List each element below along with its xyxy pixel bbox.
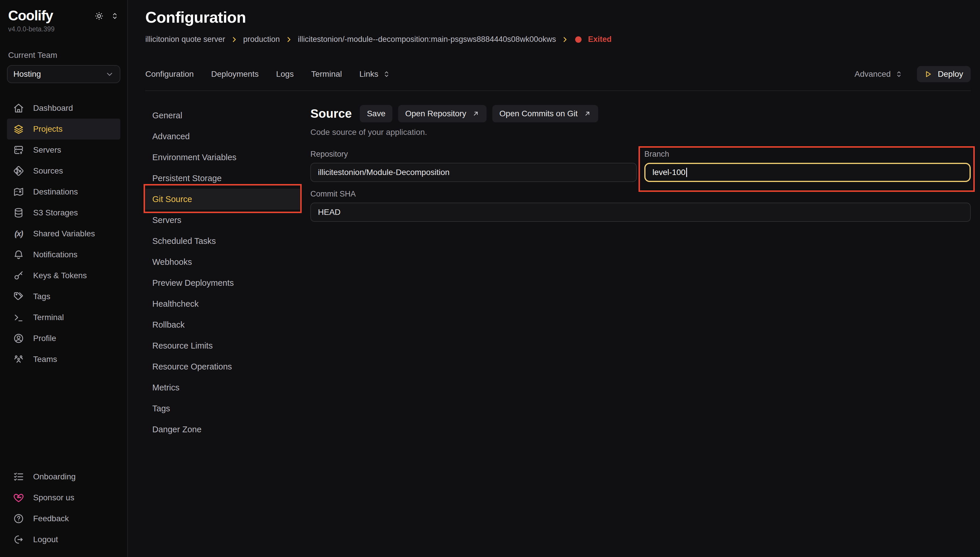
logout-icon bbox=[13, 534, 24, 546]
breadcrumb-environment[interactable]: production bbox=[243, 35, 280, 44]
section-title: Source bbox=[310, 107, 352, 121]
chevron-right-icon bbox=[561, 36, 569, 43]
breadcrumb: illicitonion quote server production ill… bbox=[145, 35, 971, 44]
sidebar-item-s3-storages[interactable]: S3 Storages bbox=[7, 202, 120, 223]
subnav-item-healthcheck[interactable]: Healthcheck bbox=[145, 293, 300, 314]
map-icon bbox=[13, 186, 24, 198]
help-circle-icon bbox=[13, 513, 24, 524]
branch-label: Branch bbox=[644, 150, 971, 159]
section-description: Code source of your application. bbox=[310, 128, 971, 137]
selector-icon bbox=[382, 70, 391, 78]
subnav-item-danger-zone[interactable]: Danger Zone bbox=[145, 419, 300, 440]
tab-configuration[interactable]: Configuration bbox=[145, 70, 194, 79]
users-group-icon bbox=[13, 353, 24, 365]
open-repository-button[interactable]: Open Repository bbox=[398, 105, 486, 122]
main-content: Configuration illicitonion quote server … bbox=[128, 0, 980, 557]
settings-subnav: GeneralAdvancedEnvironment VariablesPers… bbox=[145, 105, 300, 440]
source-form: Source Save Open Repository Open Commits… bbox=[310, 105, 971, 222]
subnav-item-rollback[interactable]: Rollback bbox=[145, 314, 300, 335]
tab-logs[interactable]: Logs bbox=[276, 70, 294, 79]
tabs-row: Configuration Deployments Logs Terminal … bbox=[145, 66, 971, 82]
team-select-value: Hosting bbox=[13, 70, 41, 79]
commit-sha-input[interactable] bbox=[310, 203, 971, 222]
tab-terminal[interactable]: Terminal bbox=[311, 70, 342, 79]
app-version: v4.0.0-beta.399 bbox=[8, 25, 119, 33]
branch-field-group: Branch level-100 bbox=[644, 150, 971, 182]
subnav-item-scheduled-tasks[interactable]: Scheduled Tasks bbox=[145, 231, 300, 251]
play-icon bbox=[924, 70, 933, 78]
sidebar-item-tags[interactable]: Tags bbox=[7, 286, 120, 307]
sidebar-item-logout[interactable]: Logout bbox=[7, 529, 120, 550]
subnav-item-tags[interactable]: Tags bbox=[145, 398, 300, 419]
open-commits-button[interactable]: Open Commits on Git bbox=[492, 105, 598, 122]
git-icon bbox=[13, 165, 24, 177]
current-team-label: Current Team bbox=[8, 50, 119, 60]
tab-links[interactable]: Links bbox=[359, 70, 391, 79]
home-icon bbox=[13, 102, 24, 114]
sidebar-item-teams[interactable]: Teams bbox=[7, 349, 120, 370]
external-link-icon bbox=[472, 110, 479, 117]
app-logo: Coolify bbox=[8, 8, 53, 24]
checklist-icon bbox=[13, 471, 24, 482]
subnav-item-resource-operations[interactable]: Resource Operations bbox=[145, 356, 300, 377]
sidebar-item-sources[interactable]: Sources bbox=[7, 160, 120, 181]
repository-input[interactable] bbox=[310, 163, 637, 182]
logo-row: Coolify bbox=[7, 8, 120, 24]
server-icon bbox=[13, 144, 24, 156]
sidebar-item-shared-variables[interactable]: (x) Shared Variables bbox=[7, 223, 120, 244]
sidebar-item-servers[interactable]: Servers bbox=[7, 140, 120, 160]
sidebar-item-destinations[interactable]: Destinations bbox=[7, 181, 120, 202]
sidebar-item-keys-tokens[interactable]: Keys & Tokens bbox=[7, 265, 120, 286]
advanced-menu[interactable]: Advanced bbox=[855, 70, 903, 79]
sidebar-item-projects[interactable]: Projects bbox=[7, 119, 120, 140]
layers-icon bbox=[13, 123, 24, 135]
repository-field-group: Repository bbox=[310, 150, 637, 182]
breadcrumb-project[interactable]: illicitonion quote server bbox=[145, 35, 225, 44]
sidebar-item-sponsor[interactable]: Sponsor us bbox=[7, 487, 120, 508]
coolify-app: Coolify v4.0.0-beta.399 Current Team Hos… bbox=[0, 0, 980, 557]
tabs-divider bbox=[145, 90, 971, 91]
subnav-item-persistent-storage[interactable]: Persistent Storage bbox=[145, 168, 300, 189]
subnav-item-webhooks[interactable]: Webhooks bbox=[145, 251, 300, 272]
sidebar-item-profile[interactable]: Profile bbox=[7, 328, 120, 349]
theme-sun-icon[interactable] bbox=[94, 11, 104, 21]
variables-icon: (x) bbox=[13, 229, 24, 238]
branch-input[interactable]: level-100 bbox=[644, 163, 971, 182]
subnav-item-metrics[interactable]: Metrics bbox=[145, 377, 300, 398]
subnav-item-git-source[interactable]: Git Source bbox=[145, 189, 300, 210]
key-icon bbox=[13, 270, 24, 282]
sidebar-nav: Dashboard Projects Servers Sources Desti… bbox=[7, 98, 120, 370]
sidebar-footer-nav: Onboarding Sponsor us Feedback Logout bbox=[7, 466, 120, 550]
chevron-down-icon bbox=[105, 70, 114, 78]
sidebar-item-notifications[interactable]: Notifications bbox=[7, 244, 120, 265]
repository-label: Repository bbox=[310, 150, 637, 159]
bell-icon bbox=[13, 249, 24, 261]
subnav-item-general[interactable]: General bbox=[145, 105, 300, 126]
breadcrumb-application[interactable]: illicitestonion/-module--decomposition:m… bbox=[298, 35, 556, 44]
commit-sha-field-group: Commit SHA bbox=[310, 189, 971, 222]
terminal-icon bbox=[13, 312, 24, 323]
sidebar-item-terminal[interactable]: Terminal bbox=[7, 307, 120, 328]
subnav-item-environment-variables[interactable]: Environment Variables bbox=[145, 147, 300, 168]
chevron-right-icon bbox=[285, 36, 293, 43]
team-select[interactable]: Hosting bbox=[7, 65, 120, 83]
sidebar-item-dashboard[interactable]: Dashboard bbox=[7, 98, 120, 119]
sidebar-item-onboarding[interactable]: Onboarding bbox=[7, 466, 120, 487]
theme-selector-icon[interactable] bbox=[111, 11, 119, 20]
external-link-icon bbox=[583, 110, 591, 117]
tab-deployments[interactable]: Deployments bbox=[211, 70, 258, 79]
subnav-item-servers[interactable]: Servers bbox=[145, 210, 300, 231]
database-icon bbox=[13, 207, 24, 218]
save-button[interactable]: Save bbox=[360, 105, 392, 122]
deploy-button[interactable]: Deploy bbox=[917, 66, 971, 82]
subnav-item-resource-limits[interactable]: Resource Limits bbox=[145, 335, 300, 356]
selector-icon bbox=[895, 70, 903, 78]
sidebar-item-feedback[interactable]: Feedback bbox=[7, 508, 120, 529]
sidebar: Coolify v4.0.0-beta.399 Current Team Hos… bbox=[0, 0, 128, 557]
chevron-right-icon bbox=[231, 36, 238, 43]
subnav-item-preview-deployments[interactable]: Preview Deployments bbox=[145, 272, 300, 293]
tags-icon bbox=[13, 291, 24, 302]
subnav-item-advanced[interactable]: Advanced bbox=[145, 126, 300, 147]
status-dot bbox=[575, 36, 582, 43]
user-circle-icon bbox=[13, 332, 24, 344]
